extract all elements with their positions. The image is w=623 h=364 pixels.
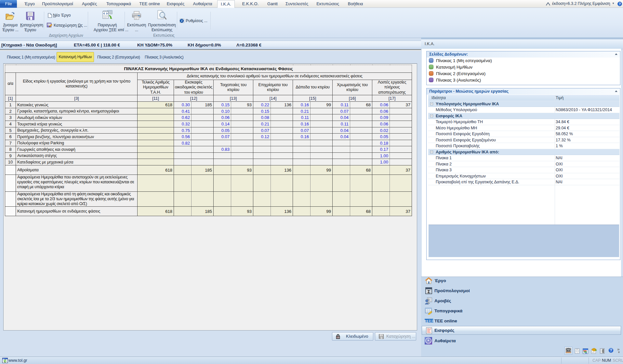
- svg-text:i: i: [181, 19, 182, 22]
- svg-text:TEE: TEE: [425, 318, 433, 323]
- svg-text:?: ?: [619, 2, 621, 6]
- svg-text:Σ: Σ: [428, 289, 430, 294]
- svg-text:IKA: IKA: [566, 349, 571, 352]
- svg-text:?: ?: [610, 348, 612, 352]
